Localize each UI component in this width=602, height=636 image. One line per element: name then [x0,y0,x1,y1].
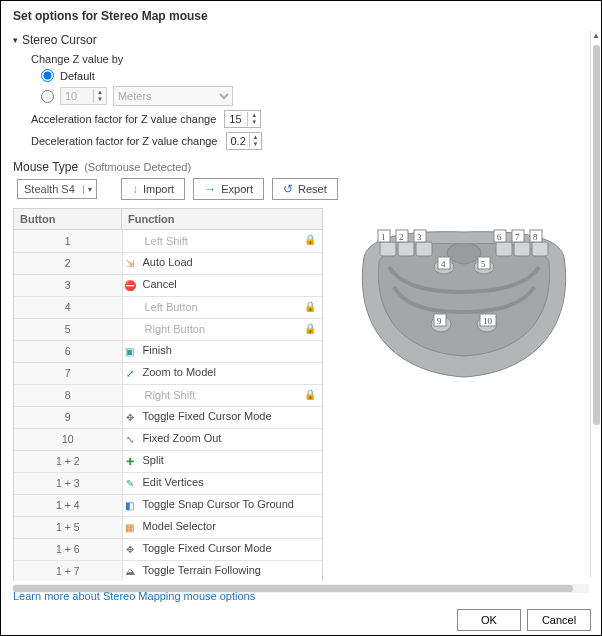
function-label: Toggle Fixed Cursor Mode [143,542,272,554]
chevron-down-icon: ▾ [13,35,18,45]
table-row[interactable]: 1 + 6✥Toggle Fixed Cursor Mode [14,538,322,560]
function-cell[interactable]: ⇲Auto Load [122,252,322,274]
scroll-thumb[interactable] [593,45,600,425]
function-label: Zoom to Model [143,366,216,378]
table-row[interactable]: 9✥Toggle Fixed Cursor Mode [14,406,322,428]
table-row[interactable]: 8Right Shift🔒 [14,384,322,406]
button-cell: 5 [14,318,122,340]
function-cell[interactable]: Right Button🔒 [122,318,322,340]
accel-input[interactable] [225,113,247,125]
table-row[interactable]: 1 + 5▦Model Selector [14,516,322,538]
mouse-button-number: 8 [533,232,538,242]
button-cell: 6 [14,340,122,362]
export-button[interactable]: → Export [193,178,264,200]
edit-verts-icon: ✎ [123,476,137,490]
function-cell[interactable]: ⤡Fixed Zoom Out [122,428,322,450]
accel-spinner[interactable]: ▲▼ [224,110,261,128]
z-default-radio[interactable] [41,69,54,82]
function-cell[interactable]: ◧Toggle Snap Cursor To Ground [122,494,322,516]
snap-ground-icon: ◧ [123,498,137,512]
function-cell[interactable]: ▣Finish [122,340,322,362]
function-label: Right Shift [145,389,196,401]
scroll-up-icon[interactable]: ▲ [592,31,600,41]
table-row[interactable]: 1Left Shift🔒 [14,230,322,252]
decel-input[interactable] [227,135,249,147]
decel-spinner[interactable]: ▲▼ [226,132,263,150]
function-cell[interactable]: ⛔Cancel [122,274,322,296]
button-cell: 9 [14,406,122,428]
accel-label: Acceleration factor for Z value change [31,113,216,125]
z-default-label: Default [60,70,95,82]
function-cell[interactable]: ⛰Toggle Terrain Following [122,560,322,581]
cancel-button[interactable]: Cancel [527,609,591,631]
decel-label: Deceleration factor for Z value change [31,135,218,147]
function-label: Fixed Zoom Out [143,432,222,444]
mouse-type-selected: Stealth S4 [24,183,75,195]
cancel-icon: ⛔ [123,278,137,292]
function-cell[interactable]: ▦Model Selector [122,516,322,538]
function-cell[interactable]: ✥Toggle Fixed Cursor Mode [122,406,322,428]
terrain-icon: ⛰ [123,564,137,578]
auto-load-icon: ⇲ [123,256,137,270]
spinner-buttons[interactable]: ▲▼ [249,134,262,148]
export-icon: → [204,183,216,195]
table-row[interactable]: 5Right Button🔒 [14,318,322,340]
z-units-select[interactable]: Meters [113,86,233,106]
cursor-mode-icon: ✥ [123,410,137,424]
button-cell: 1 + 6 [14,538,122,560]
reset-label: Reset [298,183,327,195]
import-button[interactable]: ↓ Import [121,178,185,200]
function-cell[interactable]: ✚Split [122,450,322,472]
dialog-title: Set options for Stereo Map mouse [1,1,601,29]
reset-button[interactable]: ↺ Reset [272,178,338,200]
function-label: Split [143,454,164,466]
mouse-button-number: 6 [497,232,502,242]
mouse-type-combo[interactable]: Stealth S4 ▾ [17,179,97,199]
help-link[interactable]: Learn more about Stereo Mapping mouse op… [13,590,255,602]
stereo-cursor-section: ▾ Stereo Cursor Change Z value by Defaul… [13,33,589,150]
export-label: Export [221,183,253,195]
table-row[interactable]: 1 + 7⛰Toggle Terrain Following [14,560,322,581]
ok-button[interactable]: OK [457,609,521,631]
function-label: Left Shift [145,235,188,247]
svg-rect-8 [514,242,530,256]
function-cell[interactable]: Left Button🔒 [122,296,322,318]
cursor-mode-icon: ✥ [123,542,137,556]
lock-icon: 🔒 [304,323,316,334]
table-row[interactable]: 1 + 4◧Toggle Snap Cursor To Ground [14,494,322,516]
mouse-button-number: 2 [399,232,404,242]
function-cell[interactable]: Right Shift🔒 [122,384,322,406]
mouse-detected-label: (Softmouse Detected) [84,161,191,173]
model-sel-icon: ▦ [123,520,137,534]
reset-icon: ↺ [283,183,293,195]
table-row[interactable]: 7⤢Zoom to Model [14,362,322,384]
z-fixed-radio[interactable] [41,90,54,103]
dialog-footer: OK Cancel [457,609,591,631]
stereo-cursor-header[interactable]: ▾ Stereo Cursor [13,33,589,47]
button-cell: 1 + 4 [14,494,122,516]
function-cell[interactable]: ✎Edit Vertices [122,472,322,494]
table-row[interactable]: 3⛔Cancel [14,274,322,296]
table-row[interactable]: 10⤡Fixed Zoom Out [14,428,322,450]
spinner-buttons: ▲▼ [93,89,106,103]
table-row[interactable]: 4Left Button🔒 [14,296,322,318]
mouse-button-number: 10 [483,316,493,326]
table-row[interactable]: 1 + 2✚Split [14,450,322,472]
mouse-button-number: 5 [481,259,486,269]
function-label: Finish [143,344,172,356]
vertical-scrollbar[interactable]: ▲ [590,31,601,577]
accel-row: Acceleration factor for Z value change ▲… [31,110,589,128]
function-label: Toggle Terrain Following [143,564,261,576]
function-cell[interactable]: ✥Toggle Fixed Cursor Mode [122,538,322,560]
table-row[interactable]: 2⇲Auto Load [14,252,322,274]
mouse-type-controls: Stealth S4 ▾ ↓ Import → Export ↺ Reset [17,178,589,200]
z-fixed-value-spinner[interactable]: ▲▼ [60,87,107,105]
table-row[interactable]: 6▣Finish [14,340,322,362]
table-row[interactable]: 1 + 3✎Edit Vertices [14,472,322,494]
table-body: 1Left Shift🔒2⇲Auto Load3⛔Cancel4Left But… [14,230,322,581]
function-cell[interactable]: ⤢Zoom to Model [122,362,322,384]
spinner-buttons[interactable]: ▲▼ [247,112,260,126]
function-label: Cancel [143,278,177,290]
function-cell[interactable]: Left Shift🔒 [122,230,322,252]
import-label: Import [143,183,174,195]
